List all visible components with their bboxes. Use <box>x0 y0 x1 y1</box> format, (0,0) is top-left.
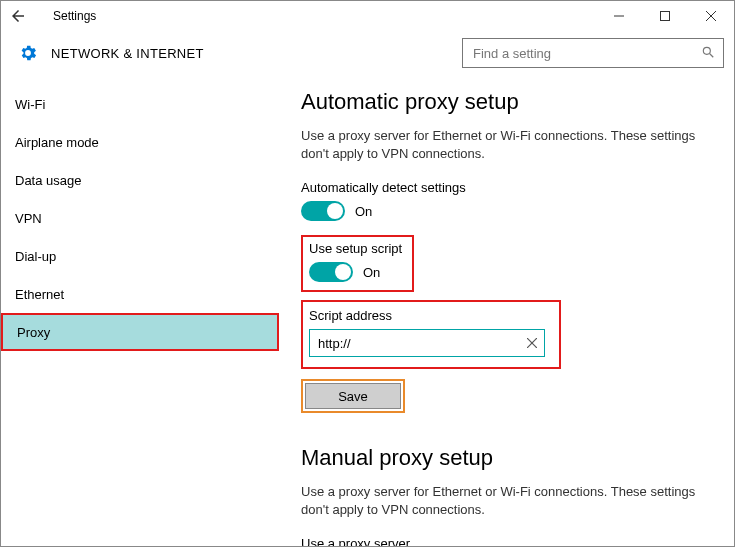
sidebar-item-label: Wi-Fi <box>15 97 45 112</box>
search-icon <box>701 45 717 61</box>
script-address-highlight: Script address <box>301 300 561 369</box>
header-row: NETWORK & INTERNET <box>1 31 734 75</box>
sidebar-item-airplane-mode[interactable]: Airplane mode <box>1 123 279 161</box>
minimize-icon <box>614 11 624 21</box>
window-controls <box>596 1 734 31</box>
save-button-label: Save <box>338 389 368 404</box>
search-wrap <box>462 38 724 68</box>
minimize-button[interactable] <box>596 1 642 31</box>
save-highlight: Save <box>301 379 405 413</box>
window-title: Settings <box>53 9 96 23</box>
svg-line-3 <box>706 11 716 21</box>
back-arrow-icon <box>9 7 27 25</box>
sidebar-item-dial-up[interactable]: Dial-up <box>1 237 279 275</box>
sidebar-item-proxy[interactable]: Proxy <box>1 313 279 351</box>
sidebar-item-label: Dial-up <box>15 249 56 264</box>
sidebar-item-label: Data usage <box>15 173 82 188</box>
svg-line-5 <box>710 54 714 58</box>
sidebar-item-data-usage[interactable]: Data usage <box>1 161 279 199</box>
auto-proxy-desc: Use a proxy server for Ethernet or Wi-Fi… <box>301 127 701 162</box>
svg-line-2 <box>706 11 716 21</box>
auto-proxy-heading: Automatic proxy setup <box>301 89 718 115</box>
settings-window: Settings NETWORK & INTERNET <box>0 0 735 547</box>
auto-detect-state: On <box>355 204 372 219</box>
use-script-highlight: Use setup script On <box>301 235 414 292</box>
use-proxy-label: Use a proxy server <box>301 536 718 546</box>
titlebar: Settings <box>1 1 734 31</box>
use-script-toggle-row: On <box>309 262 402 282</box>
sidebar-item-label: VPN <box>15 211 42 226</box>
auto-detect-toggle-row: On <box>301 201 718 221</box>
section-label: NETWORK & INTERNET <box>51 46 204 61</box>
use-script-toggle[interactable] <box>309 262 353 282</box>
auto-detect-toggle[interactable] <box>301 201 345 221</box>
save-button[interactable]: Save <box>305 383 401 409</box>
body: Wi-Fi Airplane mode Data usage VPN Dial-… <box>1 75 734 546</box>
svg-point-4 <box>703 47 710 54</box>
sidebar: Wi-Fi Airplane mode Data usage VPN Dial-… <box>1 75 279 546</box>
script-address-label: Script address <box>309 308 545 323</box>
clear-input-button[interactable] <box>524 335 540 351</box>
sidebar-item-wifi[interactable]: Wi-Fi <box>1 85 279 123</box>
search-box[interactable] <box>462 38 724 68</box>
use-script-state: On <box>363 265 380 280</box>
sidebar-item-ethernet[interactable]: Ethernet <box>1 275 279 313</box>
back-button[interactable] <box>1 1 35 31</box>
search-input[interactable] <box>471 45 701 62</box>
toggle-knob <box>335 264 351 280</box>
use-script-label: Use setup script <box>309 241 402 256</box>
x-icon <box>527 338 537 348</box>
sidebar-item-label: Ethernet <box>15 287 64 302</box>
auto-detect-label: Automatically detect settings <box>301 180 718 195</box>
close-button[interactable] <box>688 1 734 31</box>
manual-proxy-desc: Use a proxy server for Ethernet or Wi-Fi… <box>301 483 701 518</box>
gear-icon <box>17 42 39 64</box>
toggle-knob <box>327 203 343 219</box>
sidebar-item-label: Proxy <box>17 325 50 340</box>
script-address-input[interactable] <box>316 335 524 352</box>
sidebar-item-label: Airplane mode <box>15 135 99 150</box>
manual-proxy-heading: Manual proxy setup <box>301 445 718 471</box>
sidebar-item-vpn[interactable]: VPN <box>1 199 279 237</box>
svg-rect-1 <box>661 12 670 21</box>
close-icon <box>706 11 716 21</box>
content: Automatic proxy setup Use a proxy server… <box>279 75 734 546</box>
maximize-icon <box>660 11 670 21</box>
script-address-input-wrap[interactable] <box>309 329 545 357</box>
maximize-button[interactable] <box>642 1 688 31</box>
